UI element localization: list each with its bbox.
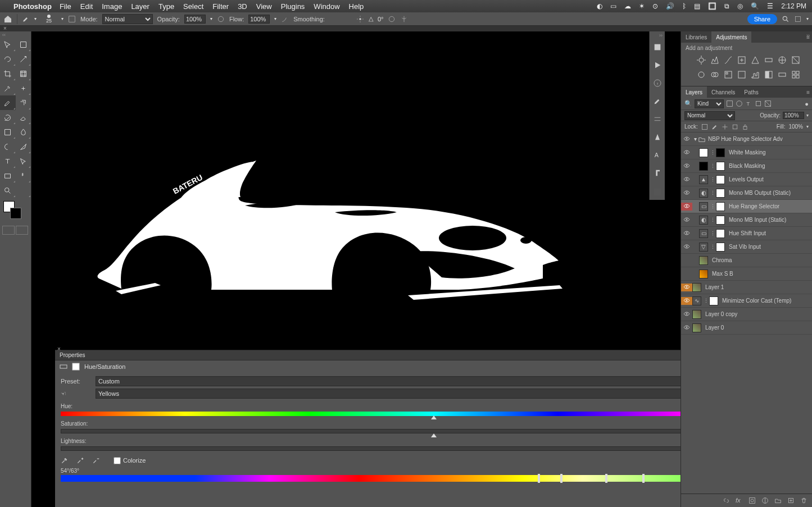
status-icon[interactable]: ◎: [737, 2, 743, 10]
menu-layer[interactable]: Layer: [131, 2, 149, 11]
layer-name[interactable]: NBP Hue Range Selector Adv: [706, 136, 812, 142]
tab-libraries[interactable]: Libraries: [681, 31, 711, 43]
layer-name[interactable]: Minimize Color Cast (Temp): [720, 298, 812, 304]
flow-input[interactable]: [248, 15, 270, 24]
dropdown-icon[interactable]: ▾: [210, 16, 212, 21]
hsl-adjustment-icon[interactable]: [764, 56, 773, 66]
move-tool[interactable]: [0, 37, 16, 52]
visibility-toggle[interactable]: [681, 135, 692, 143]
gear-icon[interactable]: [356, 15, 364, 23]
paragraph-icon[interactable]: [653, 168, 662, 177]
colorize-checkbox[interactable]: Colorize: [114, 457, 146, 464]
layer-row[interactable]: Chroma: [681, 254, 812, 267]
lock-all-icon[interactable]: [742, 124, 749, 130]
brush-preview[interactable]: 25: [41, 13, 57, 25]
angle-value[interactable]: 0°: [378, 16, 384, 22]
pen-tool[interactable]: [16, 139, 31, 154]
mask-icon[interactable]: [749, 497, 756, 504]
layer-thumbnail[interactable]: [716, 243, 725, 252]
quickmask-icon[interactable]: [2, 226, 15, 235]
battery-icon[interactable]: 🔳: [708, 2, 716, 10]
layer-row[interactable]: ◐⋮Mono MB Input (Static): [681, 213, 812, 227]
layer-row[interactable]: Layer 1: [681, 281, 812, 294]
visibility-toggle[interactable]: [681, 216, 692, 224]
artboard-tool[interactable]: [16, 37, 31, 52]
adjustment-thumbnail[interactable]: ∿: [692, 296, 701, 305]
new-layer-icon[interactable]: [787, 497, 795, 504]
visibility-toggle[interactable]: [681, 324, 692, 332]
bluetooth-icon[interactable]: ᛒ: [682, 2, 686, 10]
menu-3d[interactable]: 3D: [238, 2, 247, 11]
brightness-adjustment-icon[interactable]: [697, 56, 706, 66]
tab-adjustments[interactable]: Adjustments: [711, 31, 751, 43]
eyedropper-plus-icon[interactable]: [76, 456, 84, 464]
visibility-toggle[interactable]: [681, 284, 692, 291]
menu-image[interactable]: Image: [102, 2, 122, 11]
link-layers-icon[interactable]: [723, 497, 730, 504]
gradient-tool[interactable]: [0, 125, 16, 139]
fx-icon[interactable]: fx: [736, 497, 743, 504]
status-icon[interactable]: ✶: [639, 2, 645, 10]
search-icon[interactable]: 🔍: [684, 100, 692, 107]
posterize-adjustment-icon[interactable]: [751, 70, 760, 80]
visibility-toggle[interactable]: [681, 230, 692, 237]
menu-plugins[interactable]: Plugins: [281, 2, 305, 11]
tab-channels[interactable]: Channels: [707, 86, 740, 98]
share-button[interactable]: Share: [747, 14, 777, 24]
pressure-opacity-icon[interactable]: [217, 15, 225, 23]
layer-thumbnail[interactable]: [699, 270, 708, 278]
layer-thumbnail[interactable]: [716, 189, 725, 198]
vibrance-adjustment-icon[interactable]: [751, 56, 760, 66]
path-select-tool[interactable]: [16, 154, 31, 168]
layer-kind-select[interactable]: Kind: [695, 99, 724, 108]
layer-name[interactable]: Mono MB Input (Static): [727, 217, 812, 223]
menu-type[interactable]: Type: [158, 2, 174, 11]
history-brush-tool[interactable]: [0, 110, 16, 125]
trash-icon[interactable]: [800, 497, 808, 504]
layer-row[interactable]: ▲⋮Levels Output: [681, 173, 812, 186]
adjustment-thumbnail[interactable]: ▲: [699, 175, 708, 184]
eyedropper-tool[interactable]: [0, 81, 16, 95]
layer-thumbnail[interactable]: [716, 202, 725, 211]
crop-tool[interactable]: [0, 66, 16, 81]
color-panel-icon[interactable]: [653, 43, 662, 52]
layer-name[interactable]: Hue Range Selector: [727, 203, 812, 209]
visibility-toggle[interactable]: [681, 149, 692, 157]
layer-thumbnail[interactable]: [716, 216, 725, 225]
info-icon[interactable]: [653, 79, 662, 88]
zoom-tool[interactable]: [0, 183, 16, 198]
visibility-toggle[interactable]: [681, 162, 692, 170]
hand-tool[interactable]: [16, 168, 31, 183]
magic-wand-tool[interactable]: [16, 52, 31, 66]
character-icon[interactable]: [653, 133, 662, 141]
search-icon[interactable]: [782, 15, 790, 23]
brush-tool[interactable]: [0, 95, 16, 110]
dropdown-icon[interactable]: ▾: [34, 16, 37, 21]
dodge-tool[interactable]: [0, 139, 16, 154]
group-icon[interactable]: [774, 497, 782, 504]
menu-file[interactable]: File: [60, 2, 71, 11]
mask-icon[interactable]: [72, 363, 80, 371]
screenmode-icon[interactable]: [16, 226, 28, 235]
curves-adjustment-icon[interactable]: [724, 56, 733, 66]
invert-adjustment-icon[interactable]: [737, 70, 746, 80]
menu-view[interactable]: View: [256, 2, 272, 11]
layer-thumbnail[interactable]: [716, 148, 725, 157]
filter-adj-icon[interactable]: [736, 100, 743, 107]
visibility-toggle[interactable]: [681, 203, 692, 211]
status-icon[interactable]: ▤: [694, 2, 700, 10]
status-icon[interactable]: ⊙: [652, 2, 658, 10]
layer-row[interactable]: ∿⋮Minimize Color Cast (Temp): [681, 294, 812, 308]
healing-tool[interactable]: [16, 81, 31, 95]
visibility-toggle[interactable]: [681, 189, 692, 197]
layer-name[interactable]: Layer 0 copy: [703, 311, 812, 317]
exposure-adjustment-icon[interactable]: [737, 56, 746, 66]
clock[interactable]: 2:12 PM: [781, 2, 806, 10]
levels-adjustment-icon[interactable]: [710, 56, 719, 66]
layer-name[interactable]: White Masking: [727, 149, 812, 156]
tab-paths[interactable]: Paths: [740, 86, 763, 98]
layer-name[interactable]: Chroma: [710, 257, 812, 263]
layer-thumbnail[interactable]: [699, 162, 708, 171]
search-icon[interactable]: 🔍: [751, 2, 759, 10]
close-panel-icon[interactable]: ×: [57, 346, 61, 352]
